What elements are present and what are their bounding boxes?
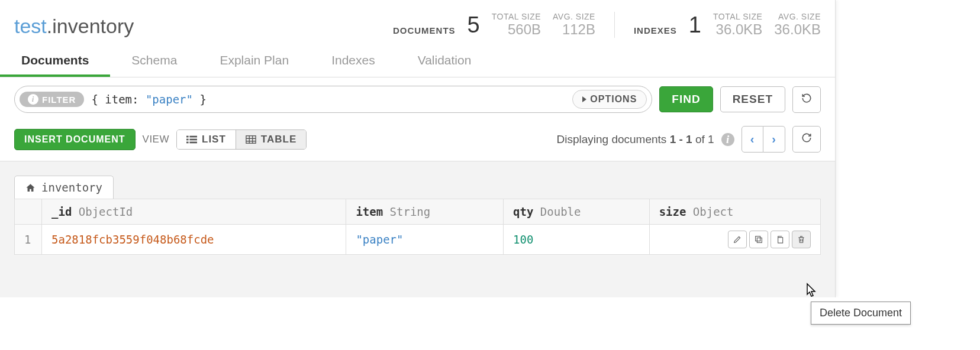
svg-rect-11 — [757, 238, 762, 242]
svg-rect-0 — [186, 135, 189, 137]
idx-avg-size: 36.0KB — [774, 21, 821, 38]
tab-bar: Documents Schema Explain Plan Indexes Va… — [0, 46, 835, 77]
trash-icon — [797, 235, 806, 244]
svg-rect-1 — [189, 135, 197, 137]
find-button[interactable]: FIND — [659, 86, 713, 112]
chevron-left-icon: ‹ — [750, 132, 755, 145]
history-button[interactable] — [792, 86, 821, 113]
documents-table: _id ObjectId item String qty Double size… — [14, 199, 821, 255]
filter-input[interactable]: i FILTER { item: "paper" } OPTIONS — [14, 86, 652, 113]
reset-button[interactable]: RESET — [720, 86, 785, 112]
info-icon[interactable]: i — [721, 133, 734, 146]
breadcrumb[interactable]: inventory — [14, 176, 114, 199]
svg-rect-2 — [186, 138, 189, 140]
view-list-button[interactable]: LIST — [177, 130, 236, 149]
tab-explain-plan[interactable]: Explain Plan — [198, 46, 310, 77]
info-icon: i — [28, 94, 38, 105]
copy-icon — [775, 235, 785, 244]
indexes-count: 1 — [689, 12, 701, 38]
cell-id[interactable]: 5a2818fcb3559f048b68fcde — [51, 233, 214, 246]
history-icon — [801, 93, 812, 103]
docs-avg-size: 112B — [553, 21, 595, 38]
refresh-button[interactable] — [792, 126, 821, 153]
delete-button[interactable] — [792, 231, 811, 248]
caret-right-icon — [582, 96, 586, 102]
svg-rect-12 — [756, 236, 760, 241]
namespace-title: test.inventory — [14, 15, 134, 38]
pagination-text: Displaying documents 1 - 1 of 1 — [556, 133, 714, 146]
db-name: test — [14, 15, 47, 37]
list-icon — [186, 135, 197, 144]
documents-label: DOCUMENTS — [393, 25, 456, 38]
svg-rect-3 — [189, 138, 197, 140]
row-actions — [659, 231, 811, 248]
docs-total-size: 560B — [492, 21, 541, 38]
table-row[interactable]: 1 5a2818fcb3559f048b68fcde "paper" 100 — [15, 225, 821, 255]
col-qty[interactable]: qty Double — [504, 199, 650, 225]
insert-document-button[interactable]: INSERT DOCUMENT — [14, 129, 136, 150]
svg-rect-4 — [186, 141, 189, 143]
row-number: 1 — [15, 225, 42, 255]
view-label: VIEW — [143, 134, 169, 145]
edit-button[interactable] — [728, 231, 747, 248]
tab-documents[interactable]: Documents — [0, 46, 110, 77]
tab-validation[interactable]: Validation — [396, 46, 493, 77]
clone-icon — [754, 235, 763, 244]
clone-button[interactable] — [749, 231, 768, 248]
options-button[interactable]: OPTIONS — [572, 90, 647, 109]
cell-item[interactable]: "paper" — [356, 233, 403, 246]
view-toggle: LIST TABLE — [176, 129, 307, 150]
svg-rect-6 — [246, 135, 256, 143]
svg-rect-13 — [778, 238, 783, 243]
copy-button[interactable] — [771, 231, 789, 248]
tab-schema[interactable]: Schema — [110, 46, 198, 77]
collection-name: inventory — [52, 15, 134, 37]
col-size[interactable]: size Object — [649, 199, 820, 225]
indexes-label: INDEXES — [634, 25, 677, 38]
svg-rect-5 — [189, 141, 197, 143]
stats-bar: DOCUMENTS 5 TOTAL SIZE 560B AVG. SIZE 11… — [393, 12, 821, 38]
home-icon — [25, 183, 36, 193]
table-icon — [246, 135, 256, 144]
col-item[interactable]: item String — [346, 199, 504, 225]
idx-total-size: 36.0KB — [713, 21, 762, 38]
chevron-right-icon: › — [772, 132, 776, 145]
documents-count: 5 — [468, 12, 480, 38]
filter-badge: i FILTER — [20, 92, 84, 107]
refresh-icon — [801, 132, 812, 143]
filter-query[interactable]: { item: "paper" } — [91, 93, 565, 106]
view-table-button[interactable]: TABLE — [236, 130, 306, 149]
prev-page-button[interactable]: ‹ — [742, 126, 764, 153]
pencil-icon — [733, 235, 742, 244]
next-page-button[interactable]: › — [763, 126, 785, 153]
tab-indexes[interactable]: Indexes — [310, 46, 396, 77]
col-id[interactable]: _id ObjectId — [42, 199, 346, 225]
cell-qty[interactable]: 100 — [513, 233, 533, 246]
